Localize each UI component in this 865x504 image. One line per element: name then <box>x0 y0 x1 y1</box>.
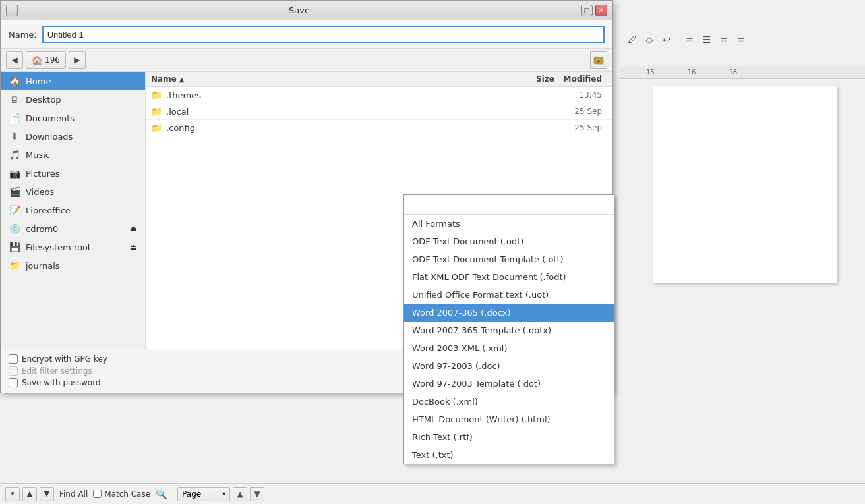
folder-icon: 📁 <box>151 90 162 100</box>
back-button[interactable]: ◀ <box>6 51 23 69</box>
name-header-label: Name <box>151 74 177 84</box>
password-checkbox[interactable] <box>9 378 18 387</box>
cdrom-icon: 💿 <box>9 223 20 234</box>
format-option-docx[interactable]: Word 2007-365 (.docx) <box>404 304 614 322</box>
filename-input[interactable] <box>42 26 605 43</box>
bottom-dropdown-btn[interactable]: ▾ <box>5 487 20 501</box>
sidebar-videos-label: Videos <box>26 187 54 197</box>
page-dropdown[interactable]: Page ▾ <box>177 487 230 501</box>
draw-icon: 🖊 <box>625 32 640 47</box>
sidebar-item-filesystem[interactable]: 💾 Filesystem root ⏏ <box>1 238 145 256</box>
page-down-button[interactable]: ▼ <box>250 487 264 501</box>
format-option-all[interactable]: All Formats <box>404 215 614 233</box>
toolbar-separator <box>678 33 678 46</box>
match-case-checkbox[interactable] <box>93 490 102 498</box>
file-date-cell: 25 Sep <box>554 107 607 116</box>
home-sidebar-icon: 🏠 <box>9 76 20 86</box>
libreoffice-icon: 📝 <box>9 205 20 215</box>
filesystem-icon: 💾 <box>9 242 20 252</box>
table-row[interactable]: 📁 .config 25 Sep <box>146 120 612 136</box>
sidebar-music-label: Music <box>26 150 50 160</box>
sidebar-cdrom-label: cdrom0 <box>26 224 58 234</box>
new-folder-icon <box>593 55 604 65</box>
folder-icon: 📁 <box>151 123 162 133</box>
sidebar-item-libreoffice[interactable]: 📝 Libreoffice <box>1 201 145 219</box>
file-date-cell: 13:45 <box>554 90 607 99</box>
dialog-titlebar: — Save □ ✕ <box>1 1 612 20</box>
password-label: Save with password <box>22 378 101 387</box>
format-option-docbook[interactable]: DocBook (.xml) <box>404 393 614 410</box>
ruler-mark-1: 15 <box>646 69 655 76</box>
sidebar: 🏠 Home 🖥 Desktop 📄 Documents ⬇ Downloads… <box>1 72 146 349</box>
sidebar-downloads-label: Downloads <box>26 132 73 142</box>
filter-checkbox[interactable] <box>9 366 18 376</box>
file-name-cell: .local <box>166 107 515 117</box>
sidebar-item-videos[interactable]: 🎬 Videos <box>1 182 145 201</box>
page-up-button[interactable]: ▲ <box>233 487 247 501</box>
maximize-button[interactable]: □ <box>581 5 593 16</box>
table-row[interactable]: 📁 .local 25 Sep <box>146 103 612 120</box>
sidebar-pictures-label: Pictures <box>26 169 59 179</box>
sidebar-item-desktop[interactable]: 🖥 Desktop <box>1 90 145 109</box>
ruler-mark-3: 18 <box>729 69 737 76</box>
sidebar-item-journals[interactable]: 📁 journals <box>1 256 145 275</box>
sidebar-filesystem-label: Filesystem root <box>26 242 91 252</box>
encrypt-label: Encrypt with GPG key <box>22 354 107 364</box>
find-all-button[interactable]: Find All <box>57 488 90 500</box>
bottom-down-btn[interactable]: ▼ <box>40 487 54 501</box>
file-date-cell: 25 Sep <box>554 123 607 132</box>
sidebar-item-downloads[interactable]: ⬇ Downloads <box>1 127 145 146</box>
name-label: Name: <box>9 30 37 40</box>
folder-icon: 📁 <box>151 106 162 117</box>
format-option-uot[interactable]: Unified Office Format text (.uot) <box>404 286 614 304</box>
bottom-up-btn[interactable]: ▲ <box>22 487 37 501</box>
sidebar-item-cdrom[interactable]: 💿 cdrom0 ⏏ <box>1 219 145 238</box>
ruler: 15 16 18 <box>620 66 865 79</box>
home-nav-button[interactable]: 🏠 196 <box>26 51 66 69</box>
format-option-html[interactable]: HTML Document (Writer) (.html) <box>404 410 614 428</box>
modified-column-header[interactable]: Modified <box>554 74 607 84</box>
window-control-buttons: □ ✕ <box>581 5 607 16</box>
minimize-button[interactable]: — <box>6 5 18 16</box>
filesystem-eject-icon[interactable]: ⏏ <box>130 242 137 252</box>
align-icon-3: ≡ <box>717 32 731 47</box>
new-folder-button[interactable] <box>590 51 607 69</box>
format-option-rtf[interactable]: Rich Text (.rtf) <box>404 428 614 446</box>
sidebar-item-documents[interactable]: 📄 Documents <box>1 109 145 127</box>
page-dropdown-arrow-icon: ▾ <box>222 490 225 497</box>
format-option-doc[interactable]: Word 97-2003 (.doc) <box>404 357 614 375</box>
format-dropdown: All Formats ODF Text Document (.odt) ODF… <box>403 194 614 464</box>
bottom-toolbar: ▾ ▲ ▼ Find All Match Case 🔍 Page ▾ ▲ ▼ <box>0 483 865 504</box>
format-option-fodt[interactable]: Flat XML ODF Text Document (.fodt) <box>404 268 614 286</box>
format-option-dotx[interactable]: Word 2007-365 Template (.dotx) <box>404 322 614 339</box>
close-button[interactable]: ✕ <box>595 5 607 16</box>
page-label: Page <box>182 490 201 499</box>
align-icon-4: ≡ <box>734 32 748 47</box>
name-row: Name: <box>1 20 612 49</box>
music-icon: 🎵 <box>9 150 20 160</box>
undo-icon: ↩ <box>659 32 674 47</box>
format-option-ott[interactable]: ODF Text Document Template (.ott) <box>404 250 614 268</box>
match-case-checkbox-row[interactable]: Match Case <box>93 490 150 499</box>
format-option-txt[interactable]: Text (.txt) <box>404 446 614 464</box>
sidebar-item-music[interactable]: 🎵 Music <box>1 146 145 164</box>
encrypt-checkbox[interactable] <box>9 354 18 364</box>
format-option-xml[interactable]: Word 2003 XML (.xml) <box>404 339 614 357</box>
search-button[interactable]: 🔍 <box>153 486 169 502</box>
name-column-header[interactable]: Name ▲ <box>151 74 515 84</box>
cdrom-eject-icon[interactable]: ⏏ <box>130 224 137 233</box>
size-column-header[interactable]: Size <box>515 74 554 84</box>
table-row[interactable]: 📁 .themes 13:45 <box>146 87 612 103</box>
sidebar-item-pictures[interactable]: 📷 Pictures <box>1 164 145 182</box>
file-name-cell: .themes <box>166 90 515 100</box>
desktop-icon: 🖥 <box>9 94 20 105</box>
titlebar-buttons: — <box>6 5 18 16</box>
file-list-header: Name ▲ Size Modified <box>146 72 612 87</box>
home-icon: 🏠 <box>32 55 42 65</box>
forward-button[interactable]: ▶ <box>69 51 86 69</box>
format-option-odt[interactable]: ODF Text Document (.odt) <box>404 233 614 250</box>
nav-row: ◀ 🏠 196 ▶ <box>1 49 612 72</box>
sidebar-item-home[interactable]: 🏠 Home <box>1 72 145 90</box>
sidebar-documents-label: Documents <box>26 113 75 123</box>
format-option-dot[interactable]: Word 97-2003 Template (.dot) <box>404 375 614 393</box>
